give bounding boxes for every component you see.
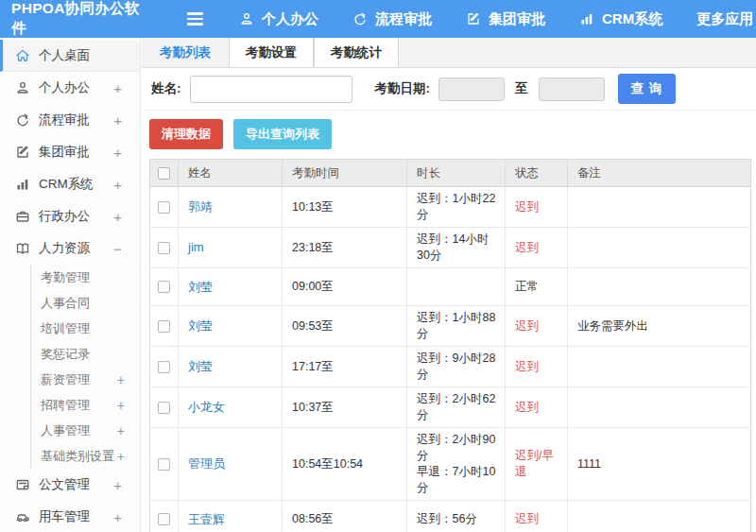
- sidebar-subitem-3[interactable]: 培训管理: [31, 316, 140, 341]
- expand-icon[interactable]: +: [117, 398, 125, 413]
- col-header-duration: 时长: [407, 160, 506, 187]
- top-menu-item-3[interactable]: 集团审批: [466, 10, 545, 28]
- row-checkbox-cell: [150, 501, 179, 532]
- top-menu-item-5[interactable]: 更多应用: [696, 10, 756, 28]
- cell-attendance-time: 10:37至: [283, 387, 407, 428]
- employee-name-link[interactable]: 刘莹: [188, 318, 213, 333]
- sidebar-subitem-label: 人事管理: [41, 422, 90, 439]
- cell-name: jim: [179, 228, 283, 268]
- top-menu-item-4[interactable]: CRM系统: [579, 10, 662, 28]
- sidebar-item-label: 流程审批: [39, 112, 90, 129]
- duration-line: 迟到：14小时30分: [417, 232, 502, 264]
- hamburger-menu-icon[interactable]: [187, 12, 203, 26]
- sidebar-subitem-6[interactable]: 招聘管理+: [31, 392, 140, 418]
- edit-icon: [466, 11, 481, 26]
- sidebar-item-9[interactable]: 用车管理+: [0, 501, 140, 532]
- cell-duration: 迟到：56分: [407, 501, 506, 532]
- row-checkbox[interactable]: [158, 281, 170, 293]
- cell-name: 郭靖: [179, 187, 283, 228]
- employee-name-link[interactable]: 小龙女: [188, 400, 225, 414]
- sidebar-item-2[interactable]: 个人办公+: [0, 72, 140, 104]
- sidebar-subitem-7[interactable]: 人事管理+: [31, 418, 140, 443]
- flow-icon: [352, 11, 368, 26]
- sidebar-item-4[interactable]: 集团审批+: [0, 136, 140, 168]
- cell-attendance-time: 09:00至: [283, 268, 407, 306]
- filter-row: 姓名: 考勤日期: 至 查 询: [142, 68, 756, 111]
- export-list-button[interactable]: 导出查询列表: [233, 119, 332, 149]
- sidebar-item-label: 人力资源: [39, 240, 90, 257]
- expand-icon[interactable]: +: [117, 449, 125, 464]
- cell-note: 1111: [568, 428, 751, 501]
- row-checkbox[interactable]: [158, 458, 170, 471]
- cell-note: [568, 347, 751, 387]
- employee-name-link[interactable]: 王壹辉: [188, 512, 225, 526]
- expand-icon[interactable]: +: [113, 112, 122, 129]
- row-checkbox[interactable]: [158, 402, 170, 414]
- sidebar-item-3[interactable]: 流程审批+: [0, 104, 140, 136]
- sidebar-subitem-8[interactable]: 基础类别设置+: [31, 443, 140, 469]
- date-from-input[interactable]: [438, 77, 505, 101]
- name-label: 姓名:: [151, 80, 181, 97]
- sidebar-subitem-2[interactable]: 人事合同: [31, 290, 140, 316]
- sidebar-subitem-1[interactable]: 考勤管理: [31, 265, 140, 290]
- employee-name-link[interactable]: 刘莹: [188, 280, 213, 294]
- expand-icon[interactable]: +: [117, 372, 125, 387]
- expand-icon[interactable]: +: [113, 509, 122, 525]
- name-input[interactable]: [190, 76, 352, 103]
- toolbar: 清理数据 导出查询列表: [142, 111, 756, 158]
- date-to-input[interactable]: [539, 77, 605, 101]
- row-checkbox-cell: [150, 387, 179, 428]
- tab-1[interactable]: 考勤列表: [142, 38, 229, 67]
- row-checkbox[interactable]: [158, 201, 170, 214]
- cell-name: 管理员: [179, 428, 283, 501]
- status-badge: 迟到/早退: [515, 449, 554, 478]
- sidebar-item-6[interactable]: 行政办公+: [0, 200, 140, 232]
- employee-name-link[interactable]: 管理员: [188, 456, 225, 471]
- employee-name-link[interactable]: jim: [188, 240, 204, 254]
- expand-icon[interactable]: +: [117, 423, 125, 438]
- row-checkbox-cell: [150, 228, 179, 268]
- tab-3[interactable]: 考勤统计: [314, 38, 399, 67]
- sidebar-item-7[interactable]: 人力资源−: [0, 232, 140, 265]
- expand-icon[interactable]: +: [113, 145, 122, 161]
- collapse-icon[interactable]: −: [113, 241, 122, 257]
- status-badge: 迟到: [515, 401, 539, 414]
- duration-line: 迟到：56分: [417, 511, 502, 527]
- doc-icon: [14, 477, 30, 493]
- home-icon: [14, 47, 30, 63]
- table-row: 管理员10:54至10:54迟到：2小时90分早退：7小时10分迟到/早退111…: [150, 428, 751, 501]
- expand-icon[interactable]: +: [113, 80, 122, 96]
- cell-duration: 迟到：14小时30分: [407, 228, 506, 268]
- expand-icon[interactable]: +: [113, 177, 122, 193]
- top-menu-item-1[interactable]: 个人办公: [239, 10, 318, 28]
- search-button[interactable]: 查 询: [618, 74, 677, 104]
- employee-name-link[interactable]: 刘莹: [188, 359, 213, 373]
- top-menu: 个人办公流程审批集团审批CRM系统更多应用: [239, 10, 756, 28]
- clear-data-button[interactable]: 清理数据: [149, 119, 223, 149]
- row-checkbox[interactable]: [158, 320, 170, 333]
- sidebar-item-label: 行政办公: [39, 208, 90, 225]
- sidebar-item-5[interactable]: CRM系统+: [0, 168, 140, 200]
- tab-2[interactable]: 考勤设置: [229, 38, 314, 67]
- expand-icon[interactable]: +: [113, 477, 122, 493]
- sidebar-subitem-4[interactable]: 奖惩记录: [31, 341, 140, 367]
- cell-duration: [407, 268, 506, 306]
- top-menu-item-2[interactable]: 流程审批: [352, 10, 432, 28]
- employee-name-link[interactable]: 郭靖: [188, 199, 213, 214]
- sidebar-item-1[interactable]: 个人桌面: [0, 40, 140, 72]
- sidebar-subitem-5[interactable]: 薪资管理+: [31, 367, 140, 392]
- main-content: 考勤列表考勤设置考勤统计 姓名: 考勤日期: 至 查 询 清理数据 导出查询列表…: [142, 38, 756, 532]
- cell-status: 正常: [506, 268, 568, 306]
- row-checkbox[interactable]: [158, 513, 170, 525]
- attendance-table: 姓名 考勤时间 时长 状态 备注 郭靖10:13至迟到：1小时22分迟到jim2…: [149, 159, 751, 532]
- sidebar-subitem-label: 奖惩记录: [41, 346, 90, 363]
- select-all-checkbox[interactable]: [158, 167, 170, 180]
- cell-duration: 迟到：1小时22分: [407, 187, 506, 228]
- row-checkbox[interactable]: [158, 361, 170, 373]
- row-checkbox-cell: [150, 428, 179, 501]
- sidebar-item-8[interactable]: 公文管理+: [0, 469, 140, 501]
- expand-icon[interactable]: +: [113, 209, 122, 225]
- row-checkbox[interactable]: [158, 242, 170, 254]
- duration-line: 迟到：2小时62分: [417, 391, 502, 423]
- table-row: 小龙女10:37至迟到：2小时62分迟到: [150, 387, 751, 428]
